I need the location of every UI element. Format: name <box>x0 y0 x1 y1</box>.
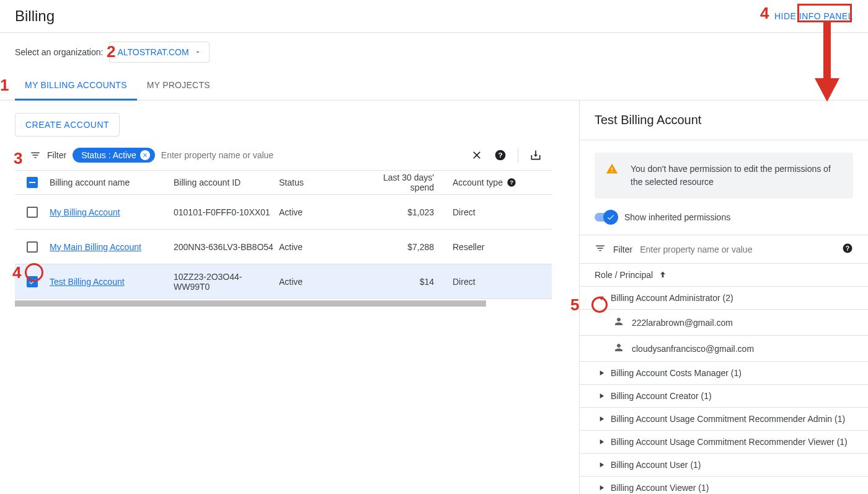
role-row[interactable]: Billing Account Viewer (1) <box>580 477 868 494</box>
account-id: 010101-F0FFF0-10XX01 <box>174 207 279 217</box>
col-header-spend[interactable]: Last 30 days' spend <box>366 173 453 192</box>
panel-title: Test Billing Account <box>580 101 868 140</box>
expand-arrow-icon <box>597 460 606 469</box>
account-status: Active <box>279 207 366 217</box>
expand-arrow-icon <box>597 392 606 400</box>
role-column-header[interactable]: Role / Principal <box>580 264 868 287</box>
page-header: Billing HIDE INFO PANEL <box>0 0 868 33</box>
panel-filter-input[interactable] <box>640 245 835 254</box>
account-type: Direct <box>453 207 527 217</box>
person-icon <box>613 342 624 355</box>
clear-icon[interactable] <box>471 149 483 161</box>
role-label: Billing Account User (1) <box>611 460 701 470</box>
inherited-permissions-toggle[interactable] <box>595 213 617 222</box>
col-header-status[interactable]: Status <box>279 177 366 187</box>
divider <box>518 148 518 163</box>
horizontal-scrollbar[interactable] <box>15 300 486 307</box>
row-checkbox[interactable] <box>27 276 38 287</box>
col-header-type[interactable]: Account type ? <box>453 177 527 187</box>
main-area: CREATE ACCOUNT Filter Status : Active ? … <box>0 101 868 494</box>
role-row[interactable]: Billing Account Creator (1) <box>580 385 868 408</box>
role-row[interactable]: Billing Account User (1) <box>580 454 868 477</box>
chip-text: Status : Active <box>81 150 136 160</box>
org-selector-row: Select an organization: ALTOSTRAT.COM <box>0 33 868 71</box>
account-link[interactable]: Test Billing Account <box>50 277 125 287</box>
sort-arrow-up-icon <box>658 270 668 280</box>
account-spend: $7,288 <box>366 242 453 252</box>
account-spend: $1,023 <box>366 207 453 217</box>
download-icon[interactable] <box>529 149 542 161</box>
filter-actions: ? <box>471 148 564 163</box>
table-row[interactable]: My Billing Account 010101-F0FFF0-10XX01 … <box>15 195 552 230</box>
tab-my-billing-accounts[interactable]: MY BILLING ACCOUNTS <box>15 71 137 101</box>
panel-filter-label: Filter <box>613 245 632 254</box>
principal-row[interactable]: 222larabrown@gmail.com <box>580 310 868 336</box>
role-label: Billing Account Usage Commitment Recomme… <box>611 437 848 447</box>
table-row[interactable]: Test Billing Account 10ZZ23-2O3O44-WW99T… <box>15 264 552 299</box>
expand-arrow-icon <box>597 415 606 423</box>
account-type: Direct <box>453 277 527 287</box>
help-icon[interactable]: ? <box>507 177 516 187</box>
filter-icon <box>595 243 606 256</box>
table-row[interactable]: My Main Billing Account 200NN3-636LV3-BB… <box>15 230 552 264</box>
filter-label: Filter <box>47 150 66 160</box>
inherited-permissions-toggle-row: Show inherited permissions <box>580 209 868 235</box>
col-header-id[interactable]: Billing account ID <box>174 177 279 187</box>
account-id: 10ZZ23-2O3O44-WW99T0 <box>174 272 279 292</box>
account-id: 200NN3-636LV3-BB8O54 <box>174 242 279 252</box>
caret-down-icon <box>194 48 202 56</box>
org-picker-dropdown[interactable]: ALTOSTRAT.COM <box>109 42 209 63</box>
role-label: Billing Account Costs Manager (1) <box>611 368 742 378</box>
tab-my-projects[interactable]: MY PROJECTS <box>137 71 220 100</box>
table-header-row: Billing account name Billing account ID … <box>15 170 552 195</box>
role-row[interactable]: Billing Account Usage Commitment Recomme… <box>580 408 868 431</box>
row-checkbox[interactable] <box>27 207 38 218</box>
row-checkbox[interactable] <box>27 241 38 253</box>
col-header-name[interactable]: Billing account name <box>50 177 174 187</box>
account-spend: $14 <box>366 277 453 287</box>
principal-email: cloudysanfrancisco@gmail.com <box>632 344 754 354</box>
role-row[interactable]: Billing Account Usage Commitment Recomme… <box>580 431 868 454</box>
warning-icon <box>606 163 618 189</box>
role-row[interactable]: Billing Account Costs Manager (1) <box>580 362 868 385</box>
filter-bar: Filter Status : Active ? <box>0 137 579 170</box>
page-title: Billing <box>15 7 55 25</box>
role-label: Billing Account Viewer (1) <box>611 483 709 493</box>
toggle-label: Show inherited permissions <box>624 212 730 222</box>
account-link[interactable]: My Billing Account <box>50 207 120 217</box>
filter-chip-status-active[interactable]: Status : Active <box>73 148 155 163</box>
role-row[interactable]: Billing Account Administrator (2) <box>580 287 868 310</box>
hide-info-panel-button[interactable]: HIDE INFO PANEL <box>774 11 853 21</box>
svg-text:?: ? <box>498 151 502 159</box>
expand-arrow-icon <box>597 294 606 302</box>
expand-arrow-icon <box>597 483 606 492</box>
principal-email: 222larabrown@gmail.com <box>632 318 733 328</box>
info-panel: Test Billing Account You don't have perm… <box>580 101 868 494</box>
permission-warning: You don't have permission to edit the pe… <box>595 153 853 199</box>
toggle-knob <box>603 210 618 225</box>
account-link[interactable]: My Main Billing Account <box>50 242 141 252</box>
person-icon <box>613 316 624 329</box>
warning-text: You don't have permission to edit the pe… <box>631 163 842 189</box>
chip-remove-icon[interactable] <box>140 150 150 160</box>
account-type: Reseller <box>453 242 527 252</box>
select-all-checkbox[interactable] <box>27 177 38 188</box>
help-icon[interactable]: ? <box>842 243 853 256</box>
expand-arrow-icon <box>597 369 606 377</box>
role-label: Billing Account Usage Commitment Recomme… <box>611 414 845 424</box>
svg-text:?: ? <box>846 245 849 252</box>
svg-text:?: ? <box>510 179 513 186</box>
account-status: Active <box>279 242 366 252</box>
filter-icon <box>30 150 41 161</box>
billing-accounts-table: Billing account name Billing account ID … <box>15 170 552 299</box>
principal-row[interactable]: cloudysanfrancisco@gmail.com <box>580 336 868 362</box>
tab-bar: MY BILLING ACCOUNTS MY PROJECTS <box>0 71 868 101</box>
panel-filter-bar: Filter ? <box>580 235 868 264</box>
role-label: Billing Account Administrator (2) <box>611 293 733 303</box>
content-pane: CREATE ACCOUNT Filter Status : Active ? … <box>0 101 580 494</box>
help-icon[interactable]: ? <box>494 149 507 161</box>
account-status: Active <box>279 277 366 287</box>
filter-input[interactable] <box>161 150 464 160</box>
create-account-button[interactable]: CREATE ACCOUNT <box>15 113 120 137</box>
expand-arrow-icon <box>597 438 606 446</box>
